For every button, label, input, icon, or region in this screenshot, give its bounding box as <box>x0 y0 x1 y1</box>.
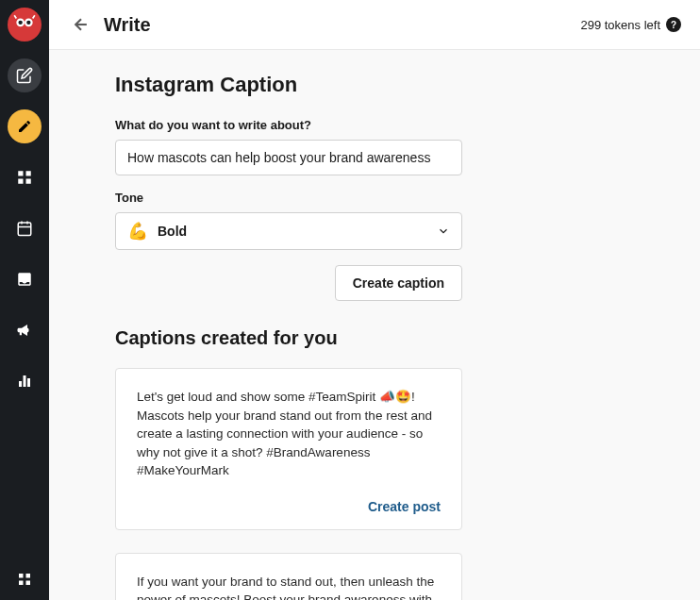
inbox-icon <box>16 271 33 288</box>
card-actions: Create post <box>137 499 441 514</box>
megaphone-icon <box>16 322 33 339</box>
tone-label: Tone <box>115 191 634 205</box>
svg-rect-7 <box>26 179 31 184</box>
tone-select-value: 💪 Bold <box>127 221 187 242</box>
svg-rect-13 <box>24 375 26 387</box>
svg-point-3 <box>26 21 30 25</box>
nav-inbox[interactable] <box>8 262 42 296</box>
caption-text: Let's get loud and show some #TeamSpirit… <box>137 388 441 480</box>
svg-point-2 <box>19 21 23 25</box>
chevron-down-icon <box>437 225 450 238</box>
create-caption-row: Create caption <box>115 265 462 301</box>
caption-text: If you want your brand to stand out, the… <box>137 573 441 600</box>
nav-analytics[interactable] <box>8 364 42 398</box>
help-icon[interactable]: ? <box>666 17 681 32</box>
header-title: Write <box>104 14 571 36</box>
page-title: Instagram Caption <box>115 73 634 97</box>
bar-chart-icon <box>16 373 33 390</box>
back-button[interactable] <box>68 11 94 38</box>
nav-apps[interactable] <box>8 562 42 596</box>
results-title: Captions created for you <box>115 327 634 349</box>
header: Write 299 tokens left ? <box>49 0 700 50</box>
svg-rect-18 <box>26 581 31 586</box>
nav-dashboard[interactable] <box>8 160 42 194</box>
topic-input[interactable] <box>115 140 462 175</box>
nav-calendar[interactable] <box>8 211 42 245</box>
topic-field-group: What do you want to write about? <box>115 118 634 175</box>
topic-label: What do you want to write about? <box>115 118 634 132</box>
svg-rect-12 <box>19 381 22 387</box>
svg-rect-15 <box>19 574 24 578</box>
svg-rect-4 <box>18 171 23 175</box>
caption-card: If you want your brand to stand out, the… <box>115 553 462 600</box>
svg-rect-17 <box>19 581 24 586</box>
sidebar <box>0 0 49 600</box>
app-logo[interactable] <box>8 8 42 42</box>
flex-emoji-icon: 💪 <box>127 221 148 242</box>
svg-rect-8 <box>18 223 31 236</box>
grid-icon <box>16 169 33 186</box>
caption-card: Let's get loud and show some #TeamSpirit… <box>115 368 462 530</box>
calendar-icon <box>16 220 33 237</box>
nav-write-active[interactable] <box>8 109 42 143</box>
tokens-text: 299 tokens left <box>580 18 660 32</box>
arrow-left-icon <box>72 15 91 34</box>
tone-field-group: Tone 💪 Bold <box>115 191 634 250</box>
create-caption-button[interactable]: Create caption <box>335 265 462 301</box>
tokens-left: 299 tokens left ? <box>580 17 681 32</box>
apps-icon <box>16 571 33 588</box>
svg-rect-6 <box>18 179 23 184</box>
content-area: Instagram Caption What do you want to wr… <box>77 50 672 600</box>
nav-compose[interactable] <box>8 58 42 92</box>
compose-icon <box>16 67 33 84</box>
pencil-icon <box>17 119 32 134</box>
svg-rect-5 <box>26 171 31 175</box>
svg-rect-16 <box>26 574 31 578</box>
tone-select[interactable]: 💪 Bold <box>115 212 462 250</box>
main-content: Write 299 tokens left ? Instagram Captio… <box>49 0 700 600</box>
svg-rect-14 <box>27 378 30 387</box>
tone-value-text: Bold <box>158 224 187 239</box>
owl-icon <box>12 12 37 37</box>
create-post-button[interactable]: Create post <box>368 499 441 514</box>
nav-announce[interactable] <box>8 313 42 347</box>
